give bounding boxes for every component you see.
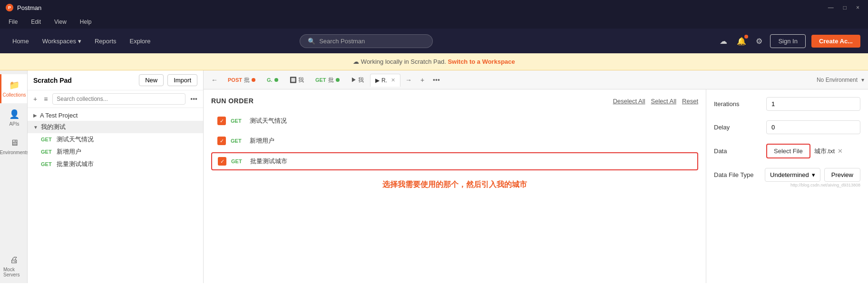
sidebar-item-mock-servers[interactable]: 🖨 Mock Servers [0, 249, 27, 283]
add-collection-button[interactable]: + [31, 94, 39, 104]
switch-workspace-link[interactable]: Switch to a Workspace [448, 58, 515, 65]
search-bar[interactable]: 🔍 Search Postman [300, 34, 433, 48]
preview-button[interactable]: Preview [824, 168, 860, 182]
delay-input[interactable] [766, 120, 860, 134]
settings-gear-icon[interactable]: ⚙ [754, 35, 764, 48]
bell-icon[interactable]: 🔔 [735, 35, 748, 48]
tab-item-get2[interactable]: GET 批 [310, 73, 345, 87]
annotation-text: 选择我需要使用的那个，然后引入我的城市 [211, 180, 698, 190]
tab-add-button[interactable]: + [417, 74, 428, 86]
tab-item-get1[interactable]: G. [262, 74, 283, 86]
nav-explore[interactable]: Explore [125, 35, 156, 48]
sidebar-item-collections[interactable]: 📁 Collections [0, 74, 27, 103]
menu-help[interactable]: Help [77, 17, 95, 27]
nav-home[interactable]: Home [8, 35, 34, 48]
search-collections-input[interactable] [52, 93, 185, 105]
sidebar-apis-label: APIs [9, 121, 19, 127]
method-label: GET [41, 137, 52, 142]
sidebar-environments-label: Environments [0, 150, 29, 155]
run-item-3[interactable]: ✓ GET 批量测试城市 [211, 152, 698, 170]
tab-item-runner[interactable]: ▶ R. ✕ [370, 74, 400, 87]
run-icon: ▶ [375, 77, 380, 84]
search-placeholder: Search Postman [319, 38, 365, 45]
more-options-icon[interactable]: ••• [188, 94, 199, 104]
run-item-1[interactable]: ✓ GET 测试天气情况 [211, 112, 698, 129]
run-order-title: RUN ORDER [211, 97, 254, 105]
cloud-icon[interactable]: ☁ [718, 35, 729, 48]
watermark-text: http://blog.csdn.net/aiving_d9313808 [714, 183, 860, 187]
run-method-1: GET [231, 118, 245, 124]
delay-row: Delay [714, 120, 860, 134]
request-name: 新增用户 [57, 147, 81, 156]
close-button[interactable]: × [853, 3, 862, 12]
list-item[interactable]: ▶ A Test Project [28, 110, 203, 121]
reset-button[interactable]: Reset [682, 98, 698, 105]
method-label: GET [41, 161, 52, 167]
tab-item-my1[interactable]: 🔲 我 [284, 73, 309, 87]
chevron-down-icon: ▾ [78, 38, 81, 45]
tabs-bar: ← POST 批 G. 🔲 我 GET 批 [204, 70, 868, 89]
list-item[interactable]: GET 测试天气情况 [28, 133, 203, 146]
tab-method-get: G. [267, 77, 273, 83]
run-checkbox-2[interactable]: ✓ [217, 137, 226, 145]
import-button[interactable]: Import [167, 74, 197, 86]
sidebar-mock-servers-label: Mock Servers [3, 267, 25, 277]
tab-label: 批 [328, 76, 334, 84]
maximize-button[interactable]: □ [840, 3, 849, 12]
mock-servers-icon: 🖨 [10, 255, 19, 265]
app-logo: P [6, 4, 13, 11]
filter-icon[interactable]: ≡ [42, 94, 49, 104]
tab-item-post[interactable]: POST 批 [223, 73, 261, 87]
tab-close-button[interactable]: ✕ [391, 77, 395, 83]
chevron-down-icon: ▾ [812, 171, 815, 178]
menu-view[interactable]: View [51, 17, 69, 27]
iterations-label: Iterations [714, 100, 766, 108]
request-name: 批量测试城市 [57, 160, 94, 168]
sidebar-item-apis[interactable]: 👤 APIs [0, 103, 27, 132]
run-checkbox-3[interactable]: ✓ [218, 157, 226, 166]
list-item[interactable]: GET 批量测试城市 [28, 158, 203, 170]
menu-edit[interactable]: Edit [28, 17, 44, 27]
run-name-2: 新增用户 [250, 137, 274, 145]
sidebar-item-environments[interactable]: 🖥 Environments [0, 132, 27, 161]
title-bar-left: P Postman [6, 4, 41, 11]
unsaved-dot-post [252, 78, 255, 82]
chevron-down-icon: ▼ [33, 125, 38, 130]
sign-in-button[interactable]: Sign In [770, 34, 805, 48]
config-panel: Iterations Delay Data Select File 城市.txt… [706, 89, 868, 283]
nav-reports[interactable]: Reports [90, 35, 121, 48]
run-name-3: 批量测试城市 [250, 157, 287, 166]
nav-workspaces[interactable]: Workspaces ▾ [38, 35, 86, 48]
collections-tree: ▶ A Test Project ▼ 我的测试 GET 测试天气情况 GET 新… [28, 108, 203, 283]
tab-back-button[interactable]: ← [207, 74, 222, 86]
run-item-2[interactable]: ✓ GET 新增用户 [211, 132, 698, 149]
tab-item-my2[interactable]: ▶ 我 [346, 73, 369, 87]
menu-file[interactable]: File [6, 17, 20, 27]
data-file-type-value: Undetermined [770, 171, 809, 178]
data-file-type-select[interactable]: Undetermined ▾ [765, 168, 820, 182]
tab-more-options-button[interactable]: ••• [429, 74, 444, 86]
collection-name: A Test Project [40, 112, 78, 119]
data-file-type-row: Data File Type Undetermined ▾ Preview [714, 168, 860, 182]
new-button[interactable]: New [139, 74, 164, 86]
run-order-header: RUN ORDER Deselect All Select All Reset [211, 97, 698, 105]
title-bar: P Postman — □ × [0, 0, 868, 15]
collections-toolbar: + ≡ ••• [28, 90, 203, 108]
select-all-button[interactable]: Select All [651, 98, 676, 105]
unsaved-dot-get [274, 78, 278, 82]
file-name-display: 城市.txt [814, 147, 835, 156]
tab-forward-button[interactable]: → [401, 74, 416, 86]
collections-icon: 📁 [9, 80, 20, 90]
create-account-button[interactable]: Create Ac... [811, 35, 860, 48]
select-file-button[interactable]: Select File [766, 144, 810, 158]
file-close-button[interactable]: ✕ [838, 147, 843, 155]
deselect-all-button[interactable]: Deselect All [613, 98, 645, 105]
env-chevron-icon[interactable]: ▾ [861, 77, 864, 83]
minimize-button[interactable]: — [825, 3, 837, 12]
delay-label: Delay [714, 124, 766, 131]
list-item[interactable]: GET 新增用户 [28, 146, 203, 158]
list-item[interactable]: ▼ 我的测试 [28, 121, 203, 133]
run-checkbox-1[interactable]: ✓ [217, 117, 226, 125]
tab-label: 批 [244, 76, 250, 84]
iterations-input[interactable] [766, 97, 860, 111]
